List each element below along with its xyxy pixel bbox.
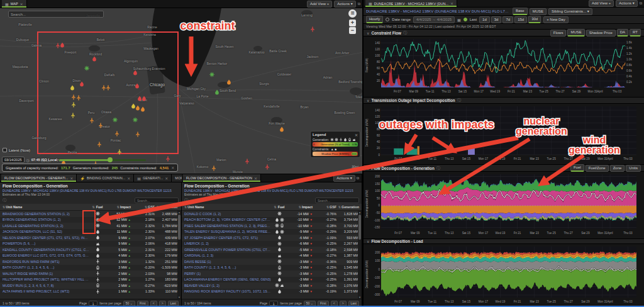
section-control-da[interactable]: DA xyxy=(617,29,628,36)
chevron-down-icon[interactable]: ∨ xyxy=(367,31,369,35)
table-row[interactable]: BATH COUNTY (1, 2, 3, 4, 5, 6, ...)3 MW … xyxy=(0,265,181,271)
chevron-down-icon[interactable]: ∨ xyxy=(367,166,369,170)
tab-flow-decomposition-generation[interactable]: FLOW DECOMPOSITION - GENERATION✕ xyxy=(183,174,261,182)
date-range-radio[interactable] xyxy=(386,18,389,21)
flame-marker-icon[interactable] xyxy=(279,123,285,135)
actions-button[interactable]: Actions ▾ xyxy=(334,1,355,8)
table-row[interactable]: HANGING ROCK ENERGY FACILITY (1GT1, 1GT2… xyxy=(182,289,362,295)
section-control-muse[interactable]: MUSE xyxy=(567,29,584,36)
table-row[interactable]: RADFORDS RUN WIND FARM (WT1)3 MW ▲1.32%2… xyxy=(0,259,181,265)
section-control-flows[interactable]: Flows xyxy=(550,30,567,36)
gear-marker-icon[interactable] xyxy=(133,114,138,125)
unit-name-cell[interactable]: ALTA FARMS II WIND PROJECT, LLC (WT2) xyxy=(0,289,89,293)
unit-name-cell[interactable]: GREENSVILLE COUNTY POWER STATION (CT01, … xyxy=(182,248,271,252)
sort-icon[interactable]: ⇅ xyxy=(92,205,94,209)
unit-name-cell[interactable]: POWERTON (5, 6, ...) xyxy=(0,242,89,245)
map[interactable]: PlattevilleJanesvilleRacineKenoshaDubuqu… xyxy=(0,8,362,174)
table-row[interactable]: DAVIS BESSE (1)-3 MW ▼-0.36%909 MW xyxy=(182,259,362,265)
range-button-15d[interactable]: 15d xyxy=(514,16,527,23)
add-view-button[interactable]: Add View + xyxy=(307,1,332,8)
wind-marker-icon[interactable] xyxy=(76,92,82,103)
info-icon[interactable]: ⓘ xyxy=(436,165,440,171)
wind-marker-icon[interactable] xyxy=(98,120,104,131)
slider-knob[interactable] xyxy=(108,157,113,162)
unit-name-cell[interactable]: DAVIS BESSE (1) xyxy=(182,260,271,264)
unit-name-cell[interactable]: BATH COUNTY (1, 2, 3, 4, 5, 6, ...) xyxy=(0,265,89,269)
sibling-constraints-dropdown[interactable]: Sibling Constraints... ▾ xyxy=(548,8,592,15)
column-header-generation[interactable]: ⇅Generation xyxy=(155,205,179,209)
expand-icon[interactable]: ⧉ xyxy=(358,2,360,6)
range-button-7d[interactable]: 7d xyxy=(502,16,513,23)
layers-icon[interactable]: ≣ xyxy=(348,9,357,18)
column-header-fuel[interactable]: ⇅Fuel xyxy=(89,205,106,209)
table-search-input[interactable]: Search... xyxy=(315,198,359,203)
section-control-units[interactable]: Units xyxy=(626,165,641,172)
page-input[interactable]: 1 xyxy=(89,301,97,306)
unit-name-cell[interactable]: TALEN ENERGY SUSQUEHANNA (1, 2), MOXIE F… xyxy=(182,230,271,233)
flame-marker-icon[interactable] xyxy=(60,39,65,50)
unit-name-cell[interactable]: LIMERICK (1, 2) xyxy=(182,242,271,245)
info-icon[interactable]: ⓘ xyxy=(184,198,188,203)
gear-marker-icon[interactable] xyxy=(84,62,90,74)
base-button[interactable]: Base xyxy=(513,8,528,15)
tab-binding-constrain-[interactable]: ⚡BINDING CONSTRAIN...✕ xyxy=(77,174,134,182)
sort-icon[interactable]: ⇅ xyxy=(274,205,276,209)
table-scrollbar[interactable]: ▲▼ xyxy=(177,211,181,299)
wind-marker-icon[interactable] xyxy=(245,155,250,167)
table-row[interactable]: BRAIDWOOD GENERATION STATION (1, 2)57 MW… xyxy=(0,211,181,217)
table-row[interactable]: BEAVER VALLEY (1, 2)-3 MW ▼-0.28%1,076 M… xyxy=(182,282,362,289)
unit-name-cell[interactable]: PERRY (1) xyxy=(182,272,271,276)
table-row[interactable]: PERRY (1)-3 MW ▼-0.25%1,278 MW xyxy=(182,271,362,277)
close-icon[interactable]: ✕ xyxy=(254,176,257,181)
close-icon[interactable]: ✕ xyxy=(355,133,358,137)
table-row[interactable]: LASALLE GENERATING STATION (1, 2)41 MW ▲… xyxy=(0,223,181,229)
sort-icon[interactable]: ⇅ xyxy=(299,205,301,209)
table-row[interactable]: DONALD C COOK (1, 2)-14 MW ▼-0.76%1,828 … xyxy=(182,211,362,217)
zoom-in-button[interactable]: + xyxy=(349,20,356,26)
sort-icon[interactable]: ⇅ xyxy=(184,205,187,209)
flame-marker-icon[interactable] xyxy=(226,76,232,87)
close-icon[interactable]: ✕ xyxy=(127,176,130,181)
chevron-down-icon[interactable]: ∨ xyxy=(367,98,369,103)
table-row[interactable]: KENDALL COUNTY GENERATION FACILITY (CTG1… xyxy=(0,247,181,253)
gear-marker-icon[interactable] xyxy=(209,69,215,80)
flame-marker-icon[interactable] xyxy=(135,80,140,91)
page-input[interactable]: 1 xyxy=(269,301,278,306)
sort-icon[interactable]: ⇅ xyxy=(157,205,159,209)
unit-name-cell[interactable]: PSEG SALEM GENERATING STATION (1, 2, 3),… xyxy=(182,224,271,228)
sort-icon[interactable]: ⇅ xyxy=(3,205,5,209)
unit-name-cell[interactable]: DONALD C COOK (1, 2) xyxy=(182,212,271,216)
add-view-button[interactable]: Add View + xyxy=(589,0,614,7)
constraint-flow-chart[interactable]: 204060801001201400.2k0.4k0.6k0.8k1.0k1.2… xyxy=(364,36,644,97)
unit-name-cell[interactable]: HANGING ROCK ENERGY FACILITY (1GT1, 1GT2… xyxy=(182,289,271,293)
muse-button[interactable]: MUSE xyxy=(530,8,547,15)
table-row[interactable]: PEACH BOTTOM (2, 3), YORK ENERGY CENTER … xyxy=(182,217,362,223)
close-icon[interactable]: ✕ xyxy=(450,1,453,6)
sort-icon[interactable]: ⇅ xyxy=(326,205,329,209)
unit-name-cell[interactable]: NELSON ENERGY CENTER (CT1, CT2, ST1, ST2… xyxy=(0,236,89,240)
wind-marker-icon[interactable] xyxy=(117,146,123,157)
zoom-out-button[interactable]: − xyxy=(349,27,356,34)
wind-marker-icon[interactable] xyxy=(70,109,76,121)
column-header-gsf[interactable]: ⇅GSF xyxy=(314,205,336,209)
unit-name-cell[interactable]: PEACH BOTTOM (2, 3), YORK ENERGY CENTER … xyxy=(182,218,271,221)
table-scrollbar[interactable]: ▲▼ xyxy=(358,211,362,299)
sort-icon[interactable]: ⇅ xyxy=(117,205,119,209)
wind-marker-icon[interactable] xyxy=(114,128,120,139)
column-header-generation[interactable]: ⇅Generation xyxy=(336,205,360,209)
flame-marker-icon[interactable] xyxy=(79,78,85,89)
table-row[interactable]: PSEG SALEM GENERATING STATION (1, 2, 3),… xyxy=(182,223,362,229)
hourly-button[interactable]: Hourly xyxy=(366,16,383,23)
chevron-down-icon[interactable]: ∨ xyxy=(367,239,369,243)
table-row[interactable]: NELSON ENERGY CENTER (CT1, CT2, ST1, ST2… xyxy=(0,235,181,241)
wind-marker-icon[interactable] xyxy=(265,161,270,172)
date-range-input[interactable]: 4/4/2025 → 4/4/2025 xyxy=(413,16,455,23)
range-button-3d[interactable]: 3d xyxy=(491,16,502,23)
table-row[interactable]: JACKSON GENERATION, LLC (S1, S2)11 MW ▲2… xyxy=(0,229,181,235)
outage-impact-chart[interactable]: 020406080100120140Fri 07Mar 09Tue 11Thu … xyxy=(364,104,644,164)
latest-now-checkbox[interactable]: Latest (Now) xyxy=(3,148,30,152)
section-control-fuel[interactable]: Fuel xyxy=(570,164,584,172)
new-day-button[interactable]: + New Day xyxy=(543,16,569,23)
wind-marker-icon[interactable] xyxy=(97,138,103,150)
unit-name-cell[interactable]: HILLTOPPER WIND PROJECT (WT1), WHITNEY H… xyxy=(0,277,89,281)
